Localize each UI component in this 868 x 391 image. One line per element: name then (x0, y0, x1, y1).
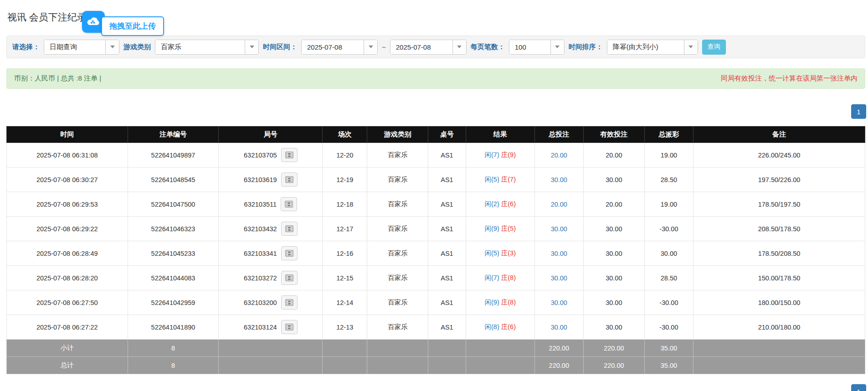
table-header-row: 时间 注单编号 局号 场次 游戏类别 桌号 结果 总投注 有效投注 总派彩 备注 (7, 127, 865, 143)
valid-bet-notice-text: 同局有效投注，统一计算在该局第一张注单内 (721, 74, 858, 83)
drag-upload-overlay[interactable]: 拖拽至此上传 (82, 11, 164, 36)
query-type-value[interactable]: 日期查询 (44, 40, 105, 54)
chevron-down-icon (555, 46, 560, 48)
film-icon (285, 201, 293, 208)
result-player: 闲(7) (485, 274, 499, 281)
cell-game-type: 百家乐 (367, 266, 428, 290)
game-type-dropdown-button[interactable] (245, 40, 258, 54)
table-row: 2025-07-08 06:31:08 522641049897 6321037… (7, 143, 865, 168)
result-player: 闲(2) (485, 200, 499, 208)
cell-session: 12-15 (323, 266, 367, 290)
cell-table-no: AS1 (428, 290, 466, 315)
cell-round-id: 632103511 (219, 192, 323, 217)
result-banker: 庄(6) (501, 323, 516, 330)
date-from-value[interactable]: 2025-07-08 (302, 40, 364, 54)
cell-game-type: 百家乐 (367, 168, 428, 192)
subtotal-count: 8 (128, 340, 219, 357)
cell-result: 闲(9) 庄(5) (466, 217, 534, 241)
date-from-dropdown-button[interactable] (364, 40, 377, 54)
result-banker: 庄(8) (501, 299, 516, 306)
date-to-dropdown-button[interactable] (452, 40, 466, 54)
cell-time: 2025-07-08 06:29:22 (7, 217, 128, 241)
film-icon (285, 225, 293, 232)
cell-valid-bet: 30.00 (583, 290, 644, 315)
total-bet-link[interactable]: 30.00 (551, 324, 567, 331)
cell-table-no: AS1 (428, 168, 466, 192)
video-replay-button[interactable] (281, 295, 298, 310)
result-banker: 庄(6) (501, 200, 516, 208)
query-type-select[interactable]: 日期查询 (44, 40, 119, 55)
cell-result: 闲(2) 庄(6) (466, 192, 534, 217)
time-sort-dropdown-button[interactable] (684, 40, 698, 54)
subtotal-label: 小计 (7, 340, 128, 357)
video-replay-button[interactable] (281, 173, 298, 187)
currency-total-text: 币别：人民币 | 总共 :8 注单 | (14, 74, 101, 83)
round-id-text: 632103511 (244, 201, 277, 208)
col-header-note: 备注 (693, 127, 865, 143)
result-player: 闲(9) (485, 299, 499, 306)
video-replay-button[interactable] (281, 222, 298, 236)
result-player: 闲(5) (485, 176, 499, 183)
total-bet-link[interactable]: 30.00 (551, 299, 567, 306)
round-id-text: 632103432 (244, 225, 277, 233)
video-replay-button[interactable] (281, 246, 298, 260)
col-header-time: 时间 (7, 127, 128, 143)
cell-game-type: 百家乐 (367, 143, 428, 168)
time-sort-select[interactable]: 降幂(由大到小) (607, 40, 698, 55)
cell-payout: 19.00 (644, 192, 693, 217)
col-header-result: 结果 (466, 127, 534, 143)
cell-time: 2025-07-08 06:29:53 (7, 192, 128, 217)
cell-game-type: 百家乐 (367, 192, 428, 217)
grand-total-row: 总计 8 220.00 220.00 35.00 (7, 357, 865, 374)
cell-total-bet: 30.00 (534, 266, 583, 290)
table-row: 2025-07-08 06:27:50 522641042959 6321032… (7, 290, 865, 315)
cell-payout: 30.00 (644, 241, 693, 266)
pagination-top: 1 (6, 104, 866, 119)
cell-note: 210.00/180.00 (693, 315, 865, 340)
col-header-round-id: 局号 (219, 127, 323, 143)
round-id-text: 632103272 (244, 274, 277, 282)
table-row: 2025-07-08 06:29:22 522641046323 6321034… (7, 217, 865, 241)
page-1-button[interactable]: 1 (851, 384, 866, 391)
cell-session: 12-19 (323, 168, 367, 192)
date-to-value[interactable]: 2025-07-08 (390, 40, 452, 54)
time-sort-value[interactable]: 降幂(由大到小) (607, 40, 684, 54)
video-replay-button[interactable] (281, 148, 298, 162)
cell-round-id: 632103200 (219, 290, 323, 315)
chevron-down-icon (110, 46, 115, 48)
cell-round-id: 632103272 (219, 266, 323, 290)
cell-total-bet: 20.00 (534, 143, 583, 168)
total-bet-link[interactable]: 30.00 (551, 176, 567, 183)
cell-time: 2025-07-08 06:27:50 (7, 290, 128, 315)
cell-bet-id: 522641049897 (128, 143, 219, 168)
video-replay-button[interactable] (281, 271, 298, 285)
page-size-value[interactable]: 100 (509, 40, 550, 54)
search-button[interactable]: 查询 (702, 40, 726, 55)
cell-valid-bet: 30.00 (583, 266, 644, 290)
result-banker: 庄(3) (501, 249, 516, 257)
table-row: 2025-07-08 06:27:22 522641041890 6321031… (7, 315, 865, 340)
page-size-dropdown-button[interactable] (550, 40, 564, 54)
page-size-select[interactable]: 100 (509, 40, 565, 55)
date-from-select[interactable]: 2025-07-08 (301, 40, 378, 55)
video-replay-button[interactable] (281, 197, 297, 211)
date-to-select[interactable]: 2025-07-08 (390, 40, 467, 55)
page-1-button[interactable]: 1 (851, 104, 866, 119)
game-type-value[interactable]: 百家乐 (155, 40, 245, 54)
total-bet-link[interactable]: 20.00 (551, 152, 567, 159)
cell-result: 闲(5) 庄(3) (466, 241, 534, 266)
cell-bet-id: 522641044083 (128, 266, 219, 290)
total-bet-link[interactable]: 30.00 (551, 225, 567, 233)
cell-time: 2025-07-08 06:27:22 (7, 315, 128, 340)
total-bet-link[interactable]: 30.00 (551, 250, 567, 257)
pagination-bottom: 1 (6, 384, 866, 391)
query-type-dropdown-button[interactable] (105, 40, 119, 54)
total-bet-link[interactable]: 20.00 (551, 201, 567, 208)
subtotal-payout: 35.00 (644, 340, 693, 357)
video-replay-button[interactable] (281, 320, 298, 334)
cell-note: 178.50/208.50 (693, 241, 865, 266)
game-type-select[interactable]: 百家乐 (155, 40, 259, 55)
film-icon (285, 250, 293, 257)
total-bet-link[interactable]: 30.00 (551, 274, 567, 282)
cell-total-bet: 30.00 (534, 168, 583, 192)
